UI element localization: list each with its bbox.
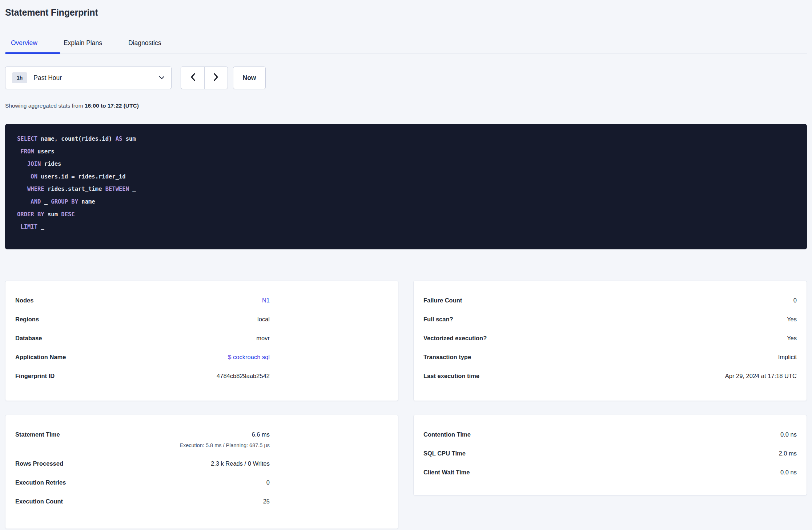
- stat-row: Rows Processed2.3 k Reads / 0 Writes: [15, 460, 270, 467]
- sql-keyword: LIMIT: [20, 224, 37, 230]
- stat-value: 0: [266, 479, 270, 486]
- sql-identifier: users: [34, 148, 55, 155]
- stat-value: local: [257, 316, 270, 323]
- tab-explain-plans[interactable]: Explain Plans: [58, 35, 108, 52]
- sql-identifier: name, count(rides.id): [37, 136, 116, 142]
- stat-row: SQL CPU Time2.0 ms: [423, 450, 797, 457]
- statement-details-card: NodesN1RegionslocalDatabasemovrApplicati…: [5, 281, 398, 401]
- stat-value: 2.0 ms: [779, 450, 797, 457]
- tab-diagnostics[interactable]: Diagnostics: [122, 35, 167, 52]
- stat-row: Regionslocal: [15, 316, 270, 323]
- page-title: Statement Fingerprint: [5, 7, 807, 18]
- stat-label: Full scan?: [423, 316, 453, 323]
- stat-value: 4784cb829aab2542: [217, 373, 270, 380]
- stat-label: Application Name: [15, 354, 66, 361]
- tab-overview[interactable]: Overview: [5, 35, 43, 52]
- stat-row: Application Name$ cockroach sql: [15, 354, 270, 361]
- stat-label: Failure Count: [423, 297, 462, 304]
- aggregated-stats-caption-prefix: Showing aggregated stats from: [5, 103, 85, 109]
- tab-bar: Overview Explain Plans Diagnostics: [5, 35, 807, 53]
- stat-label: Transaction type: [423, 354, 471, 361]
- stat-label: Database: [15, 335, 42, 342]
- sql-identifier: sum: [122, 136, 136, 142]
- stat-value: movr: [256, 335, 270, 342]
- stat-row: Execution Retries0: [15, 479, 270, 486]
- sql-keyword: ORDER BY: [17, 211, 44, 218]
- stat-label: Execution Retries: [15, 479, 66, 486]
- stat-value: Implicit: [778, 354, 797, 361]
- stat-label: Nodes: [15, 297, 33, 304]
- stat-row: Contention Time0.0 ns: [423, 431, 797, 438]
- sql-identifier: _: [37, 224, 44, 230]
- time-controls: 1h Past Hour Now: [5, 67, 807, 89]
- aggregated-stats-caption: Showing aggregated stats from 16:00 to 1…: [5, 103, 807, 110]
- sql-keyword: BETWEEN: [105, 186, 129, 192]
- sql-statement-box: SELECT name, count(rides.id) AS sum FROM…: [5, 124, 807, 249]
- next-window-button[interactable]: [204, 67, 228, 89]
- stat-row: Client Wait Time0.0 ns: [423, 469, 797, 476]
- stat-label: Contention Time: [423, 431, 471, 438]
- sql-identifier: [17, 186, 27, 192]
- sql-identifier: name: [78, 198, 95, 205]
- stat-value: 0.0 ns: [780, 431, 797, 438]
- stat-row: Full scan?Yes: [423, 316, 797, 323]
- execution-attributes-card: Failure Count0Full scan?YesVectorized ex…: [413, 281, 807, 401]
- sql-keyword: FROM: [20, 148, 34, 155]
- stat-value: 0: [793, 297, 797, 304]
- stat-row: Statement Time6.6 msExecution: 5.8 ms / …: [15, 431, 270, 448]
- sql-identifier: users.id = rides.rider_id: [37, 173, 126, 180]
- stat-value: Apr 29, 2024 at 17:18 UTC: [725, 373, 797, 380]
- stat-label: Rows Processed: [15, 460, 63, 467]
- chevron-left-icon: [190, 73, 196, 83]
- sql-identifier: [17, 173, 31, 180]
- now-button[interactable]: Now: [233, 67, 266, 89]
- sql-identifier: rides.start_time: [44, 186, 105, 192]
- stat-value-group: 6.6 msExecution: 5.8 ms / Planning: 687.…: [180, 431, 270, 448]
- stat-row: Execution Count25: [15, 498, 270, 505]
- sql-identifier: rides: [41, 161, 61, 167]
- stat-value: 0.0 ns: [780, 469, 797, 476]
- statement-times-card: Statement Time6.6 msExecution: 5.8 ms / …: [5, 415, 398, 529]
- sql-identifier: sum: [44, 211, 61, 218]
- sql-identifier: [17, 198, 31, 205]
- sql-identifier: [17, 224, 20, 230]
- time-window-stepper: [181, 67, 228, 89]
- statement-fingerprint-page: Statement Fingerprint Overview Explain P…: [0, 7, 812, 529]
- stat-row: Databasemovr: [15, 335, 270, 342]
- stat-value: Yes: [787, 316, 797, 323]
- active-tab-indicator: [5, 52, 60, 54]
- sql-keyword: ON: [31, 173, 37, 180]
- stat-row: Failure Count0: [423, 297, 797, 304]
- stat-row: Vectorized execution?Yes: [423, 335, 797, 342]
- stat-subvalue: Execution: 5.8 ms / Planning: 687.5 µs: [180, 442, 270, 448]
- time-range-badge: 1h: [12, 72, 27, 83]
- sql-statement-text: SELECT name, count(rides.id) AS sum FROM…: [17, 133, 795, 233]
- sql-keyword: AND: [31, 198, 41, 205]
- stat-label: Regions: [15, 316, 39, 323]
- time-range-dropdown[interactable]: 1h Past Hour: [5, 67, 172, 89]
- sql-identifier: [17, 161, 27, 167]
- stat-label: Vectorized execution?: [423, 335, 487, 342]
- sql-keyword: JOIN: [27, 161, 41, 167]
- stat-row: Last execution timeApr 29, 2024 at 17:18…: [423, 373, 797, 380]
- chevron-down-icon: [159, 75, 165, 81]
- stat-value: 25: [263, 498, 270, 505]
- aggregated-stats-caption-range: 16:00 to 17:22 (UTC): [85, 103, 139, 109]
- stat-row: NodesN1: [15, 297, 270, 304]
- stat-value: Yes: [787, 335, 797, 342]
- sql-keyword: DESC: [61, 211, 75, 218]
- stat-value-link[interactable]: N1: [262, 297, 270, 304]
- stat-value-link[interactable]: $ cockroach sql: [228, 354, 270, 361]
- sql-identifier: _: [129, 186, 136, 192]
- sql-keyword: AS: [116, 136, 122, 142]
- stat-row: Fingerprint ID4784cb829aab2542: [15, 373, 270, 380]
- stat-row: Transaction typeImplicit: [423, 354, 797, 361]
- sql-identifier: [17, 148, 20, 155]
- wait-times-card: Contention Time0.0 nsSQL CPU Time2.0 msC…: [413, 415, 807, 495]
- stat-label: Fingerprint ID: [15, 373, 55, 380]
- stat-label: Last execution time: [423, 373, 479, 380]
- previous-window-button[interactable]: [181, 67, 204, 89]
- chevron-right-icon: [213, 73, 219, 83]
- stat-value: 6.6 ms: [252, 431, 270, 438]
- sql-identifier: _: [41, 198, 51, 205]
